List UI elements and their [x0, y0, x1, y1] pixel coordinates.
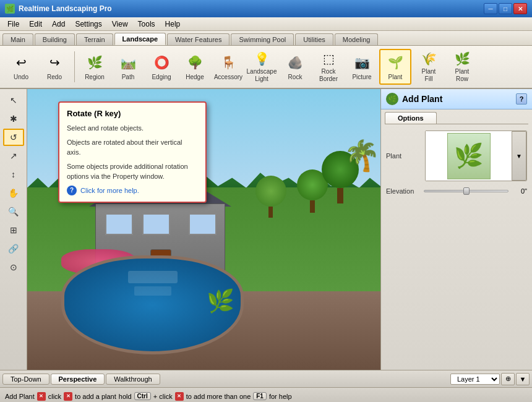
minimize-button[interactable]: ─	[484, 3, 497, 14]
path-button[interactable]: 🛤️ Path	[112, 49, 144, 85]
plant-preview: 🌿	[426, 131, 512, 181]
toolbar-undo-redo: ↩ Undo ↪ Redo	[5, 49, 71, 85]
menu-tools[interactable]: Tools	[133, 19, 160, 30]
menu-edit[interactable]: Edit	[24, 19, 47, 30]
house-window-center	[142, 213, 170, 235]
pan-button[interactable]: ✋	[3, 184, 24, 202]
menu-file[interactable]: File	[2, 19, 24, 30]
ctrl-key: Ctrl	[134, 392, 151, 400]
zoom-button[interactable]: 🔍	[3, 203, 24, 220]
multi-select-button[interactable]: ✱	[3, 110, 24, 127]
panel-help-button[interactable]: ?	[516, 93, 527, 105]
undo-button[interactable]: ↩ Undo	[5, 49, 37, 85]
tab-modeling[interactable]: Modeling	[335, 33, 379, 45]
edging-label: Edging	[152, 74, 171, 81]
toolbar-landscape-tools: 🌿 Region 🛤️ Path ⭕ Edging 🌳 Hedge 🪑 Acce…	[79, 49, 478, 85]
maximize-button[interactable]: □	[499, 3, 512, 14]
plant-row-label: Plant Row	[455, 68, 470, 83]
hedge-button[interactable]: 🌳 Hedge	[179, 49, 211, 85]
plant-row-button[interactable]: 🌿 Plant Row	[446, 49, 478, 85]
resize-button[interactable]: ↕	[3, 166, 24, 183]
menu-add[interactable]: Add	[47, 19, 70, 30]
status-cursor-icon-3: ✕	[175, 392, 184, 401]
tab-water-features[interactable]: Water Features	[167, 33, 230, 45]
rotate-popup: Rotate (R key) Select and rotate objects…	[58, 101, 207, 203]
view-row: Top-Down Perspective Walkthrough Layer 1…	[0, 370, 532, 387]
redo-button[interactable]: ↪ Redo	[38, 49, 71, 85]
plant-selector[interactable]: 🌿 ▼	[425, 130, 527, 181]
right-panel: 🌿 Add Plant ? Options Plant 🌿 ▼ Elevatio…	[380, 89, 532, 370]
region-label: Region	[85, 74, 105, 81]
edging-button[interactable]: ⭕ Edging	[145, 49, 178, 85]
popup-line1: Select and rotate objects.	[67, 123, 198, 134]
help-circle-icon: ?	[67, 186, 77, 195]
popup-help-link[interactable]: ? Click for more help.	[67, 186, 198, 195]
house-window-right	[189, 213, 217, 235]
panel-tab-options[interactable]: Options	[385, 112, 437, 124]
region-icon: 🌿	[85, 53, 105, 72]
close-button[interactable]: ✕	[513, 3, 527, 14]
walkthrough-button[interactable]: Walkthrough	[106, 374, 160, 385]
app-icon: 🌿	[5, 4, 15, 14]
layer-icon-1[interactable]: ⊕	[501, 373, 515, 385]
grid-button[interactable]: ⊞	[3, 221, 24, 239]
layer-select[interactable]: Layer 1	[450, 374, 500, 385]
tab-terrain[interactable]: Terrain	[76, 33, 113, 45]
plant-field-label: Plant	[386, 152, 420, 160]
rock-button[interactable]: 🪨 Rock	[279, 49, 311, 85]
elevation-slider[interactable]	[424, 190, 508, 192]
measure-button[interactable]: ⊙	[3, 259, 24, 276]
accessory-button[interactable]: 🪑 Accessory	[212, 49, 244, 85]
landscape-light-icon: 💡	[252, 51, 272, 67]
tab-swimming-pool[interactable]: Swimming Pool	[231, 33, 294, 45]
tab-landscape[interactable]: Landscape	[114, 33, 166, 45]
toolbar-sep-1	[74, 51, 75, 82]
toolbar: ↩ Undo ↪ Redo 🌿 Region 🛤️ Path ⭕ Edging …	[0, 46, 532, 89]
layer-icon-2[interactable]: ▼	[516, 373, 530, 385]
undo-label: Undo	[14, 74, 28, 81]
main-tabbar: Main Building Terrain Landscape Water Fe…	[0, 31, 532, 46]
menu-view[interactable]: View	[107, 19, 133, 30]
plant-pot: 🌿	[207, 288, 234, 314]
status-hold: hold	[119, 393, 132, 400]
canvas-area[interactable]: 🌴 🌿 Rotate (R key) Select and rotate obj…	[27, 89, 380, 370]
move-button[interactable]: ↗	[3, 147, 24, 165]
status-add-plant: Add Plant	[5, 393, 35, 400]
picture-button[interactable]: 📷 Picture	[346, 49, 378, 85]
plant-dropdown-button[interactable]: ▼	[512, 131, 526, 181]
plant-button[interactable]: 🌱 Plant	[379, 49, 411, 85]
rock-border-label: Rock Border	[319, 68, 338, 83]
plant-image: 🌿	[447, 133, 491, 179]
titlebar: 🌿 Realtime Landscaping Pro ─ □ ✕	[0, 0, 532, 17]
tab-utilities[interactable]: Utilities	[295, 33, 333, 45]
accessory-label: Accessory	[214, 74, 242, 81]
popup-line2: Objects are rotated about their vertical…	[67, 137, 198, 158]
path-label: Path	[122, 74, 135, 81]
menu-settings[interactable]: Settings	[70, 19, 106, 30]
house-window-left	[105, 213, 133, 235]
status-cursor-icon-2: ✕	[64, 392, 72, 401]
perspective-button[interactable]: Perspective	[51, 374, 105, 385]
top-down-button[interactable]: Top-Down	[2, 374, 49, 385]
rotate-tool-button[interactable]: ↺	[3, 129, 24, 146]
menu-help[interactable]: Help	[160, 19, 186, 30]
region-button[interactable]: 🌿 Region	[79, 49, 111, 85]
landscape-light-button[interactable]: 💡 Landscape Light	[246, 49, 278, 85]
left-toolbar: ↖ ✱ ↺ ↗ ↕ ✋ 🔍 ⊞ 🔗 ⊙	[0, 89, 27, 370]
tab-main[interactable]: Main	[2, 33, 33, 45]
plant-fill-button[interactable]: 🌾 Plant Fill	[413, 49, 445, 85]
rock-label: Rock	[288, 74, 302, 81]
elevation-row: Elevation 0"	[386, 187, 527, 195]
select-tool-button[interactable]: ↖	[3, 92, 24, 109]
rock-border-button[interactable]: ⬚ Rock Border	[312, 49, 345, 85]
hedge-icon: 🌳	[185, 53, 205, 72]
palm-tree: 🌴	[343, 139, 374, 173]
tree-back-1	[254, 176, 288, 218]
rock-border-icon: ⬚	[319, 51, 338, 67]
panel-header: 🌿 Add Plant ?	[381, 89, 532, 109]
status-cursor-icon-1: ✕	[37, 392, 46, 401]
picture-icon: 📷	[352, 53, 372, 72]
snap-button[interactable]: 🔗	[3, 240, 24, 257]
elevation-slider-thumb	[463, 187, 470, 195]
tab-building[interactable]: Building	[35, 33, 75, 45]
